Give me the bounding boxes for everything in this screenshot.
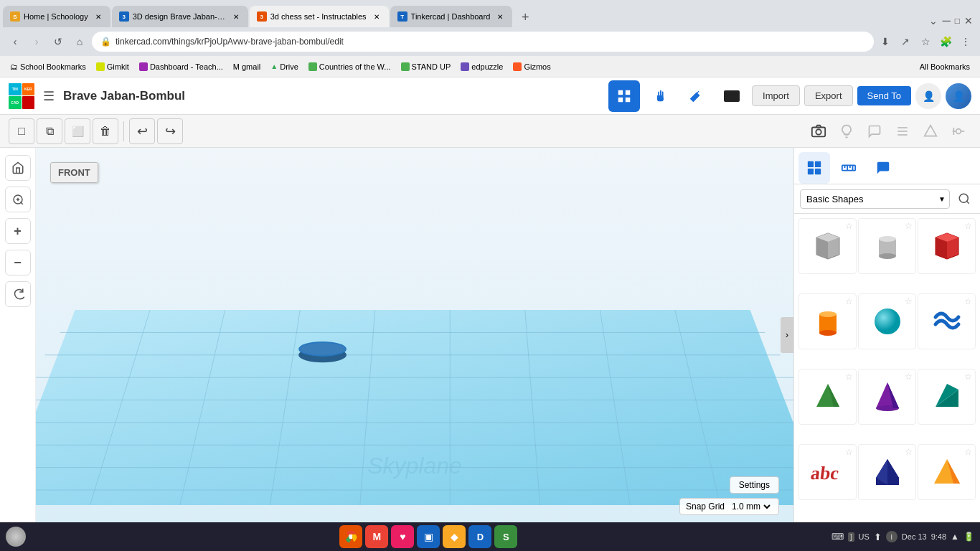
tab-favicon-instructables: 3 — [257, 11, 267, 22]
panel-tab-notes[interactable] — [867, 152, 899, 184]
bookmark-gizmos[interactable]: Gizmos — [509, 61, 555, 72]
bookmark-gmail[interactable]: M gmail — [229, 61, 265, 72]
tab-close-dashboard[interactable]: ✕ — [495, 11, 505, 22]
mirror-btn[interactable] — [946, 118, 971, 144]
user-avatar[interactable]: 👤 — [946, 83, 971, 109]
tools-btn[interactable] — [680, 80, 712, 112]
home-btn[interactable]: ⌂ — [70, 32, 89, 51]
tab-tinkercad-design[interactable]: 3 3D design Brave Jaban-Bombu... ✕ — [112, 6, 248, 27]
shape-green-pyramid[interactable]: ☆ — [798, 369, 857, 425]
tab-instructables[interactable]: 3 3d chess set - Instructables ✕ — [250, 6, 389, 27]
bookmark-star-btn[interactable]: ☆ — [917, 33, 934, 50]
taskbar-chrome[interactable] — [339, 525, 362, 548]
shape-gray-cylinder-img — [869, 227, 906, 265]
copy-btn[interactable]: ⧉ — [37, 118, 62, 144]
bookmark-drive[interactable]: ▲ Drive — [266, 61, 303, 72]
import-btn[interactable]: Import — [752, 85, 800, 106]
snap-grid-select[interactable]: 1.0 mm 0.5 mm 2.0 mm — [729, 501, 773, 512]
add-user-btn[interactable]: 👤 — [915, 83, 941, 109]
maximize-btn[interactable]: □ — [955, 16, 960, 26]
shape-teal-wedge[interactable]: ☆ — [918, 369, 976, 425]
reload-btn[interactable]: ↺ — [49, 32, 67, 51]
settings-btn[interactable]: Settings — [730, 476, 779, 494]
download-btn[interactable]: ⬇ — [877, 33, 894, 50]
bookmark-edpuzzle[interactable]: edpuzzle — [456, 61, 507, 72]
shape-purple-cone-img — [869, 378, 906, 415]
shape-orange-cylinder[interactable]: ☆ — [798, 293, 857, 349]
hand-view-btn[interactable] — [644, 80, 676, 112]
export-btn[interactable]: Export — [804, 85, 853, 106]
shape-red-box[interactable]: ☆ — [918, 218, 976, 274]
shape-red-text[interactable]: ☆ abc — [798, 444, 857, 500]
select-btn[interactable]: □ — [9, 118, 34, 144]
bookmark-countries[interactable]: Countries of the W... — [304, 61, 395, 72]
shape-blue-squiggle[interactable]: ☆ — [918, 293, 976, 349]
bookmark-gimkit[interactable]: Gimkit — [92, 61, 133, 72]
taskbar-time: 9:48 — [931, 532, 946, 541]
tab-dashboard[interactable]: T Tinkercad | Dashboard ✕ — [390, 6, 513, 27]
align-btn[interactable] — [890, 118, 915, 144]
shape-purple-cone[interactable]: ☆ — [858, 369, 916, 425]
home-view-btn[interactable] — [5, 155, 31, 181]
tab-title-dashboard: Tinkercad | Dashboard — [411, 12, 491, 21]
extensions-btn[interactable]: 🧩 — [937, 33, 954, 50]
bookmark-standup[interactable]: STAND UP — [397, 61, 456, 72]
shape-tools-btn[interactable] — [918, 118, 943, 144]
undo-btn[interactable]: ↩ — [129, 118, 155, 144]
taskbar-app6[interactable]: D — [468, 525, 491, 548]
tab-close-design[interactable]: ✕ — [231, 11, 241, 22]
collapse-panel-btn[interactable]: › — [781, 317, 793, 353]
tab-list-btn[interactable]: ⌄ — [929, 15, 938, 27]
all-bookmarks-btn[interactable]: All Bookmarks — [915, 61, 974, 72]
panel-tab-measure[interactable] — [833, 152, 864, 184]
lightbulb-btn[interactable] — [834, 118, 859, 144]
tab-close-schoology[interactable]: ✕ — [93, 11, 103, 22]
taskbar-app3[interactable]: ♥ — [391, 525, 414, 548]
speech-bubble-btn[interactable] — [862, 118, 887, 144]
panel-tab-grid[interactable] — [798, 152, 830, 184]
minimize-btn[interactable]: ─ — [942, 14, 950, 27]
taskbar-app4[interactable]: ▣ — [417, 525, 440, 548]
duplicate-btn[interactable]: ⬜ — [65, 118, 90, 144]
redo-btn[interactable]: ↪ — [157, 118, 183, 144]
zoom-out-btn[interactable]: − — [5, 250, 31, 276]
tab-schoology[interactable]: S Home | Schoology ✕ — [3, 6, 110, 27]
shape-gray-box[interactable]: ☆ — [798, 218, 857, 274]
delete-btn[interactable]: 🗑 — [93, 118, 118, 144]
rotate-btn[interactable] — [5, 281, 31, 307]
send-to-btn[interactable]: Send To — [857, 86, 911, 105]
shape-gray-cylinder[interactable]: ☆ — [858, 218, 916, 274]
close-btn[interactable]: ✕ — [964, 15, 973, 27]
taskbar-start-btn[interactable] — [6, 527, 26, 547]
taskbar-gmail[interactable]: M — [365, 525, 388, 548]
bookmark-folder-icon: 🗂 — [10, 62, 18, 71]
tab-close-instructables[interactable]: ✕ — [372, 11, 382, 22]
address-input[interactable]: 🔒 tinkercad.com/things/krPjoUpAvwv-brave… — [92, 32, 874, 52]
search-shapes-btn[interactable] — [954, 189, 974, 209]
tinkercad-logo[interactable]: TIN KER CAD — [9, 83, 34, 109]
bookmark-school[interactable]: 🗂 School Bookmarks — [6, 61, 90, 72]
home-icon — [11, 161, 24, 174]
back-btn[interactable]: ‹ — [6, 32, 24, 51]
svg-point-59 — [819, 311, 837, 317]
bookmark-dashboard[interactable]: Dashboard - Teach... — [135, 61, 227, 72]
viewport[interactable]: FRONT — [36, 148, 793, 522]
shape-teal-sphere[interactable]: ☆ — [858, 293, 916, 349]
taskbar-app5[interactable]: ◆ — [443, 525, 466, 548]
taskbar-app7[interactable]: S — [494, 525, 517, 548]
menu-btn[interactable]: ⋮ — [957, 33, 974, 50]
forward-btn[interactable]: › — [27, 32, 46, 51]
grid-view-btn[interactable] — [608, 80, 640, 112]
shape-teal-sphere-img — [869, 303, 906, 340]
shape-yellow-pyramid[interactable]: ☆ — [918, 444, 976, 500]
camera-toggle-btn[interactable] — [806, 118, 831, 144]
shape-selector[interactable]: Basic Shapes Text & Numbers Connectors — [800, 189, 950, 209]
camera-btn[interactable] — [716, 80, 748, 112]
zoom-in-btn[interactable]: + — [5, 218, 31, 244]
new-tab-btn[interactable]: + — [515, 7, 535, 27]
hamburger-btn[interactable]: ☰ — [40, 85, 57, 107]
tools-icon — [688, 88, 704, 104]
share-btn[interactable]: ↗ — [897, 33, 914, 50]
zoom-fit-btn[interactable] — [5, 187, 31, 212]
shape-navy-prism[interactable]: ☆ — [858, 444, 916, 500]
